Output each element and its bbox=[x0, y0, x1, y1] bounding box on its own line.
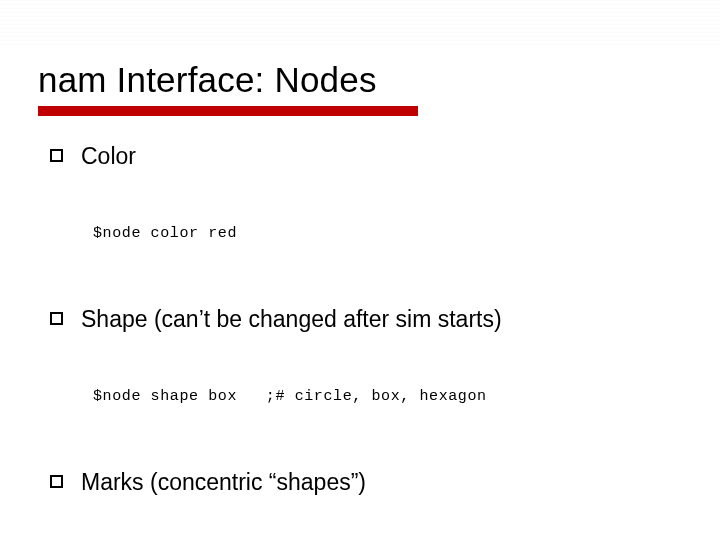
list-item: Marks (concentric “shapes”) $ns at 1.0 “… bbox=[50, 468, 682, 540]
item-heading: Shape (can’t be changed after sim starts… bbox=[81, 305, 502, 334]
code-block: $ns at 1.0 “$n0 add-mark m0 blue box” $n… bbox=[93, 501, 682, 540]
square-bullet-icon bbox=[50, 149, 63, 162]
item-heading: Color bbox=[81, 142, 136, 171]
slide: nam Interface: Nodes Color $node color r… bbox=[0, 0, 720, 540]
item-heading: Marks (concentric “shapes”) bbox=[81, 468, 366, 497]
bullet-list: Color $node color red Shape (can’t be ch… bbox=[38, 142, 682, 540]
list-item: Shape (can’t be changed after sim starts… bbox=[50, 305, 682, 454]
square-bullet-icon bbox=[50, 312, 63, 325]
square-bullet-icon bbox=[50, 475, 63, 488]
code-line: $node shape box ;# circle, box, hexagon bbox=[93, 385, 682, 408]
code-block: $node color red bbox=[93, 175, 682, 291]
title-underline bbox=[38, 106, 418, 116]
decorative-scan-edge bbox=[0, 0, 720, 48]
list-item: Color $node color red bbox=[50, 142, 682, 291]
code-line: $node color red bbox=[93, 222, 682, 245]
slide-title: nam Interface: Nodes bbox=[38, 60, 682, 100]
code-block: $node shape box ;# circle, box, hexagon bbox=[93, 338, 682, 454]
